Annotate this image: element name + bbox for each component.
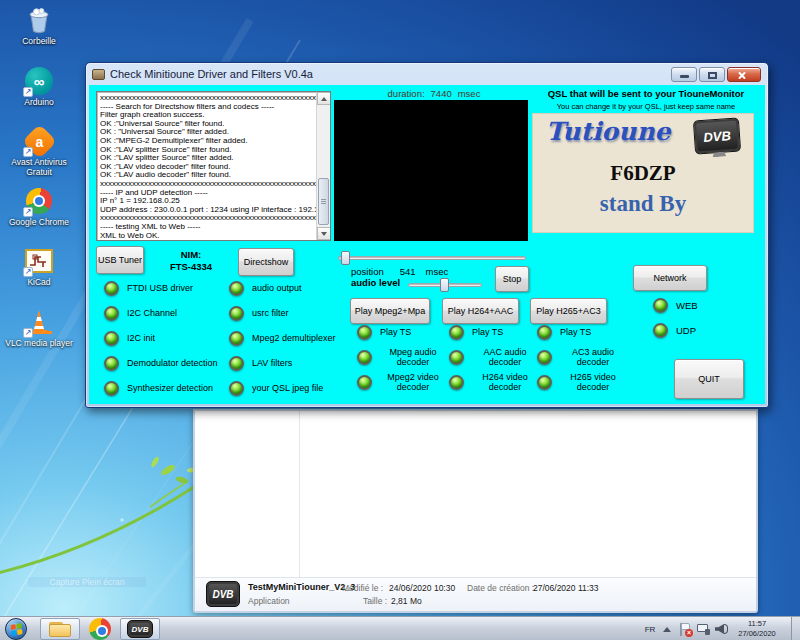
log-scrollbar[interactable] (316, 92, 330, 240)
nim-label: NIM:FTS-4334 (153, 249, 229, 273)
clock-time: 11:57 (727, 619, 787, 629)
avast-icon: a ↗ (24, 126, 54, 156)
desktop-icon-label-capture[interactable]: Capture Plein écran (28, 577, 146, 587)
tray-clock[interactable]: 11:57 27/06/2020 (727, 619, 787, 639)
led-indicator (229, 331, 244, 346)
led-row-i2c-init: I2C init (104, 331, 155, 346)
led-indicator (449, 350, 464, 365)
dvb-app-icon: DVB (127, 620, 153, 638)
created-value: 27/06/2020 11:33 (533, 583, 599, 593)
desktop-icon-chrome[interactable]: ↗ Google Chrome (3, 186, 75, 228)
explorer-window: DVB TestMyMiniTiouner_V2_3 Modifié le : … (193, 409, 758, 613)
led-indicator (537, 350, 552, 365)
shortcut-arrow-icon: ↗ (23, 328, 33, 338)
desktop-icon-vlc[interactable]: ↗ VLC media player (3, 307, 75, 349)
video-panel (334, 100, 528, 241)
explorer-folder-icon (49, 622, 71, 637)
created-label: Date de création : (467, 583, 534, 593)
window-controls (671, 67, 761, 82)
desktop: { "dvb_text": "DVB", "desktop": { "icons… (0, 0, 800, 640)
position-slider-thumb[interactable] (341, 251, 350, 265)
close-button[interactable] (727, 67, 761, 82)
size-value: 2,81 Mo (391, 596, 422, 606)
scrollbar-thumb[interactable] (318, 178, 329, 225)
clock-date: 27/06/2020 (727, 629, 787, 639)
qsl-image: Tutioune DVB F6DZP stand By (532, 113, 754, 233)
desktop-icon-recycle-bin[interactable]: Corbeille (3, 5, 75, 47)
led-indicator (104, 281, 119, 296)
duration-text: duration:7440msec (339, 88, 529, 99)
shortcut-arrow-icon: ↗ (23, 207, 33, 217)
explorer-pane-divider (299, 411, 300, 577)
quit-button[interactable]: QUIT (674, 359, 744, 399)
scroll-up-arrow[interactable] (317, 92, 331, 105)
directshow-button[interactable]: Directshow (238, 248, 294, 276)
led-row-mpeg2-demux: Mpeg2 demultiplexer (229, 331, 336, 346)
led-indicator (449, 375, 464, 390)
size-label: Taille : (363, 596, 387, 606)
led-row-qsl-jpeg: your QSL jpeg file (229, 381, 323, 396)
qsl-header: QSL that will be sent to your TiouneMoni… (527, 88, 765, 99)
led-indicator (537, 325, 552, 340)
shortcut-arrow-icon: ↗ (23, 267, 33, 277)
play-h264-button[interactable]: Play H264+AAC (442, 298, 519, 324)
taskbar-dvb-app-button[interactable]: DVB (120, 618, 160, 640)
usb-tuner-button[interactable]: USB Tuner (96, 246, 144, 274)
show-desktop-button[interactable] (791, 617, 800, 640)
window-title: Check Minitioune Driver and Filters V0.4… (110, 68, 313, 80)
led-indicator (104, 356, 119, 371)
led-row-audio-output: audio output (229, 281, 302, 296)
network-button[interactable]: Network (633, 265, 707, 291)
tray-action-center-icon[interactable]: × (679, 617, 691, 640)
network-icon (697, 623, 710, 635)
chrome-icon (89, 618, 111, 640)
desktop-icon-kicad[interactable]: ↗ KiCad (3, 246, 75, 288)
recycle-bin-icon (24, 5, 54, 35)
taskbar: DVB FR × 11:57 27/06/2020 (0, 616, 800, 640)
desktop-icon-label: Arduino (24, 98, 53, 108)
maximize-button[interactable] (699, 67, 725, 82)
led-indicator (104, 331, 119, 346)
qsl-status-text: stand By (532, 191, 754, 217)
led-indicator (229, 356, 244, 371)
title-bar[interactable]: Check Minitioune Driver and Filters V0.4… (86, 63, 768, 85)
desktop-icon-avast[interactable]: a ↗ Avast Antivirus Gratuit (3, 126, 75, 177)
desktop-icon-label: KiCad (27, 278, 50, 288)
tray-language-indicator[interactable]: FR (640, 617, 660, 640)
modified-label: Modifié le : (342, 583, 383, 593)
led-indicator (449, 325, 464, 340)
log-textbox[interactable]: xxxxxxxxxxxxxxxxxxxxxxxxxxxxxxxxxxxxxxxx… (96, 91, 331, 241)
position-slider[interactable] (338, 251, 526, 265)
led-indicator (357, 375, 372, 390)
chrome-icon: ↗ (24, 186, 54, 216)
tray-hidden-icons-button[interactable] (663, 617, 671, 640)
file-type: Application (248, 596, 290, 606)
scroll-down-arrow[interactable] (317, 227, 331, 240)
stop-button[interactable]: Stop (495, 266, 529, 292)
audio-level-slider[interactable] (408, 278, 482, 292)
modified-value: 24/06/2020 10:30 (389, 583, 455, 593)
desktop-icon-label: VLC media player (5, 339, 73, 349)
tray-network-icon[interactable] (697, 617, 710, 640)
audio-slider-thumb[interactable] (440, 278, 449, 292)
led-row-udp: UDP (653, 323, 696, 338)
taskbar-explorer-button[interactable] (40, 618, 80, 640)
led-indicator (357, 325, 372, 340)
play-mpeg2-button[interactable]: Play Mpeg2+Mpa (350, 298, 430, 324)
minimize-button[interactable] (671, 67, 697, 82)
app-window-icon (92, 69, 105, 80)
led-indicator (229, 306, 244, 321)
led-indicator (537, 375, 552, 390)
file-name: TestMyMiniTiouner_V2_3 (248, 582, 355, 592)
led-indicator (229, 281, 244, 296)
taskbar-chrome-button[interactable] (81, 618, 119, 640)
led-row-synthesizer: Synthesizer detection (104, 381, 213, 396)
vlc-icon: ↗ (24, 307, 54, 337)
desktop-icon-arduino[interactable]: ∞ ↗ Arduino (3, 66, 75, 108)
windows-flag-icon (10, 623, 22, 636)
arduino-icon: ∞ ↗ (24, 66, 54, 96)
desktop-icon-label: Avast Antivirus Gratuit (4, 158, 74, 177)
position-text: position541msec (351, 266, 448, 277)
start-button[interactable] (5, 618, 27, 640)
play-h265-button[interactable]: Play H265+AC3 (530, 298, 607, 324)
